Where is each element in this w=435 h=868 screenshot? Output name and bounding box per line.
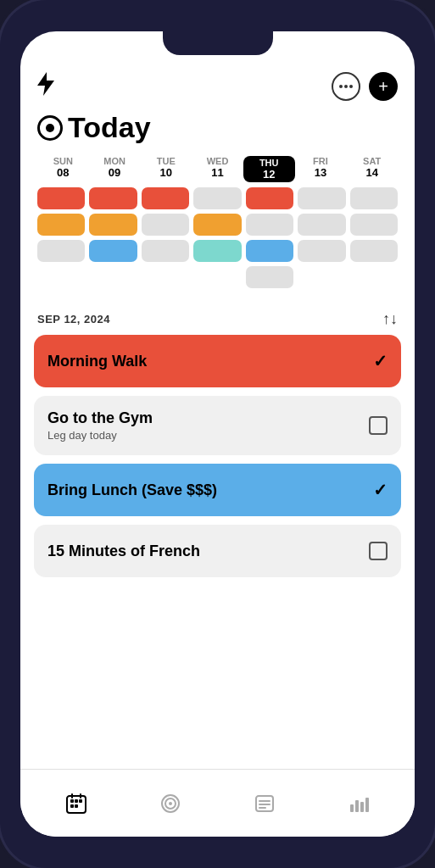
habit-morning-walk[interactable]: Morning Walk ✓ [34, 335, 401, 387]
day-thu[interactable]: THU 12 [243, 156, 295, 182]
today-title: Today [37, 111, 398, 144]
habit-title: Go to the Gym [47, 409, 153, 427]
habit-french[interactable]: 15 Minutes of French [34, 525, 401, 577]
phone-frame: + Today SUN 08 [0, 0, 435, 868]
header-section: Today SUN 08 MON 09 TUE [20, 108, 415, 297]
cal-cell [350, 266, 398, 288]
cal-cell [298, 240, 345, 262]
checkmark-icon: ✓ [373, 480, 388, 500]
nav-chart[interactable] [337, 787, 380, 820]
more-button[interactable] [332, 72, 360, 101]
svg-rect-4 [70, 804, 74, 808]
cal-row-1 [37, 187, 398, 209]
day-mon: MON 09 [89, 156, 141, 182]
cal-row-4 [37, 266, 398, 288]
cal-cell [350, 240, 398, 262]
cal-row-2 [37, 214, 398, 236]
cal-cell [89, 240, 137, 262]
nav-target[interactable] [149, 787, 192, 820]
cal-cell [298, 266, 345, 288]
svg-rect-18 [365, 798, 369, 812]
svg-rect-3 [79, 799, 82, 803]
today-label: Today [68, 111, 151, 144]
day-wed: WED 11 [192, 156, 243, 182]
svg-point-10 [169, 802, 172, 805]
checkmark-icon: ✓ [373, 351, 388, 371]
habit-subtitle: Leg day today [47, 429, 153, 442]
add-button[interactable]: + [369, 72, 398, 101]
cal-cell [193, 187, 241, 209]
day-fri: FRI 13 [295, 156, 347, 182]
habit-left: Go to the Gym Leg day today [47, 409, 153, 442]
top-right-buttons: + [332, 72, 398, 101]
cal-cell [37, 214, 85, 236]
cal-cell [350, 187, 398, 209]
cal-cell [193, 266, 241, 288]
checkbox-icon[interactable] [369, 416, 388, 435]
top-bar: + [20, 64, 415, 108]
cal-cell [246, 214, 293, 236]
checkbox-icon[interactable] [369, 542, 388, 560]
cal-cell [37, 240, 85, 262]
cal-cell [298, 187, 345, 209]
habit-bring-lunch[interactable]: Bring Lunch (Save $$$) ✓ [34, 464, 401, 516]
cal-cell [246, 266, 293, 288]
svg-rect-5 [75, 804, 78, 808]
today-icon [37, 115, 63, 141]
habit-left: Bring Lunch (Save $$$) [47, 481, 217, 499]
notch [163, 31, 273, 55]
cal-row-3 [37, 240, 398, 262]
cal-cell [142, 266, 189, 288]
svg-rect-17 [360, 802, 364, 812]
calendar-grid: SUN 08 MON 09 TUE 10 WED [37, 156, 398, 288]
nav-list[interactable] [243, 787, 286, 820]
bottom-nav [20, 769, 415, 837]
list-nav-icon [254, 793, 276, 815]
cal-cell [193, 214, 241, 236]
target-nav-icon [159, 793, 181, 815]
cal-cell [37, 187, 85, 209]
svg-rect-2 [75, 799, 78, 803]
cal-cell [246, 187, 293, 209]
habit-title: Morning Walk [47, 353, 147, 370]
cal-cell [142, 240, 189, 262]
cal-cell [89, 214, 137, 236]
nav-calendar[interactable] [55, 787, 98, 820]
day-sun: SUN 08 [37, 156, 89, 182]
cal-cell [298, 214, 345, 236]
cal-cell [89, 187, 137, 209]
date-label: SEP 12, 2024 [37, 313, 110, 326]
svg-rect-16 [355, 800, 359, 812]
habit-left: 15 Minutes of French [47, 542, 200, 560]
habit-left: Morning Walk [47, 353, 147, 370]
chart-nav-icon [348, 793, 370, 815]
svg-rect-1 [70, 799, 74, 803]
day-sat: SAT 14 [346, 156, 398, 182]
date-section: SEP 12, 2024 ↑↓ [20, 297, 415, 335]
calendar-header: SUN 08 MON 09 TUE 10 WED [37, 156, 398, 182]
cal-cell [37, 266, 85, 288]
cal-cell [246, 240, 293, 262]
cal-cell [142, 214, 189, 236]
habit-title: Bring Lunch (Save $$$) [47, 481, 217, 499]
cal-cell [142, 187, 189, 209]
svg-rect-15 [350, 804, 354, 812]
cal-cell [350, 214, 398, 236]
sort-icon[interactable]: ↑↓ [382, 310, 398, 328]
screen-content: + Today SUN 08 [20, 31, 415, 837]
habits-list: Morning Walk ✓ Go to the Gym Leg day tod… [20, 335, 415, 769]
cal-cell [89, 266, 137, 288]
calendar-nav-icon [65, 793, 87, 815]
habit-title: 15 Minutes of French [47, 542, 200, 560]
cal-cell [193, 240, 241, 262]
bolt-icon [37, 72, 54, 101]
phone-screen: + Today SUN 08 [20, 31, 415, 837]
habit-gym[interactable]: Go to the Gym Leg day today [34, 396, 401, 455]
day-tue: TUE 10 [140, 156, 192, 182]
calendar-rows [37, 187, 398, 288]
